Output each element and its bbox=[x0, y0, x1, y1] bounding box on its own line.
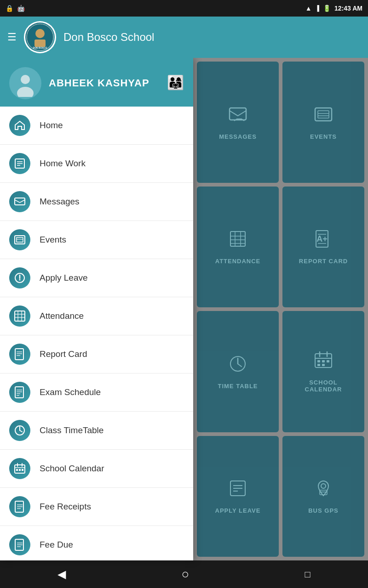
hamburger-menu-button[interactable]: ☰ bbox=[7, 31, 17, 43]
sidebar-item-home[interactable]: Home bbox=[0, 107, 193, 145]
sidebar-item-apply-leave[interactable]: Apply Leave bbox=[0, 259, 193, 297]
grid-card-messages[interactable]: MESSAGES bbox=[197, 62, 279, 183]
timetable-icon bbox=[228, 354, 248, 378]
svg-rect-30 bbox=[322, 364, 325, 366]
grid-card-attendance-label: ATTENDANCE bbox=[215, 258, 261, 265]
svg-rect-29 bbox=[317, 364, 320, 366]
grid-card-apply-leave[interactable]: APPLY LEAVE bbox=[197, 436, 279, 557]
sidebar-item-apply-leave-label: Apply Leave bbox=[40, 273, 88, 283]
grid-card-apply-leave-label: APPLY LEAVE bbox=[215, 507, 261, 514]
bus-gps-icon bbox=[313, 478, 334, 503]
messages-svg bbox=[228, 104, 248, 124]
svg-rect-75 bbox=[22, 469, 23, 471]
avatar-svg bbox=[12, 69, 39, 97]
grid-card-timetable[interactable]: TIME TABLE bbox=[197, 311, 279, 432]
sidebar-item-events[interactable]: Events bbox=[0, 221, 193, 259]
class-timetable-drawer-svg bbox=[14, 424, 26, 436]
wifi-icon: ▲ bbox=[305, 5, 312, 12]
apply-leave-icon bbox=[228, 478, 248, 503]
school-calendar-drawer-icon bbox=[9, 458, 30, 479]
svg-rect-73 bbox=[16, 469, 18, 471]
svg-rect-47 bbox=[17, 237, 23, 242]
attendance-icon bbox=[228, 229, 248, 253]
events-drawer-icon bbox=[9, 229, 30, 250]
sidebar-item-messages-label: Messages bbox=[40, 197, 80, 207]
sidebar-item-homework[interactable]: Home Work bbox=[0, 145, 193, 183]
grid-card-events-label: EVENTS bbox=[310, 133, 337, 140]
homework-svg bbox=[14, 158, 26, 170]
time-display: 12:43 AM bbox=[334, 5, 362, 12]
grid-card-bus-gps[interactable]: BUS GPS bbox=[282, 436, 364, 557]
svg-rect-28 bbox=[327, 360, 329, 362]
signal-icon: ▐ bbox=[316, 5, 320, 11]
navigation-drawer: ABHEEK KASHYAP 👨‍👩‍👧 Home bbox=[0, 58, 193, 560]
svg-rect-26 bbox=[317, 360, 320, 362]
sidebar-item-report-card[interactable]: Report Card bbox=[0, 335, 193, 373]
drawer-family-icon[interactable]: 👨‍👩‍👧 bbox=[167, 74, 184, 90]
report-card-drawer-icon bbox=[9, 344, 30, 365]
class-timetable-drawer-icon bbox=[9, 420, 30, 441]
attendance-drawer-svg bbox=[14, 310, 26, 322]
bus-gps-svg bbox=[313, 478, 334, 498]
sidebar-item-attendance[interactable]: Attendance bbox=[0, 297, 193, 335]
sidebar-item-messages[interactable]: Messages bbox=[0, 183, 193, 221]
app-bar: ☰ DON BOSCO Don Bosco School bbox=[0, 17, 368, 58]
logo-svg: DON BOSCO bbox=[26, 23, 54, 51]
timetable-svg bbox=[228, 354, 248, 374]
svg-point-35 bbox=[321, 484, 326, 488]
school-calendar-drawer-svg bbox=[14, 463, 26, 475]
events-svg bbox=[313, 104, 334, 124]
svg-line-21 bbox=[238, 364, 242, 367]
sidebar-item-exam-schedule[interactable]: Exam Schedule bbox=[0, 373, 193, 412]
report-card-svg: A+ bbox=[313, 229, 334, 249]
apply-leave-drawer-svg bbox=[14, 272, 26, 284]
grid-card-school-calendar[interactable]: SCHOOL CALENDAR bbox=[282, 311, 364, 432]
recent-apps-button[interactable]: □ bbox=[291, 565, 324, 584]
apply-leave-svg bbox=[228, 478, 248, 498]
exam-schedule-drawer-icon bbox=[9, 382, 30, 403]
lock-icon: 🔒 bbox=[6, 5, 13, 12]
navigation-bar: ◀ ○ □ bbox=[0, 560, 368, 588]
grid-card-events[interactable]: EVENTS bbox=[282, 62, 364, 183]
fee-receipts-drawer-icon bbox=[9, 496, 30, 517]
svg-point-1 bbox=[35, 29, 45, 38]
sidebar-item-school-calendar[interactable]: School Calendar bbox=[0, 450, 193, 488]
messages-drawer-icon bbox=[9, 191, 30, 212]
attendance-drawer-icon bbox=[9, 305, 30, 327]
sidebar-item-class-timetable[interactable]: Class TimeTable bbox=[0, 412, 193, 450]
svg-rect-74 bbox=[19, 469, 21, 471]
svg-rect-61 bbox=[15, 387, 23, 398]
sidebar-item-class-timetable-label: Class TimeTable bbox=[40, 425, 104, 435]
sidebar-item-events-label: Events bbox=[40, 235, 66, 245]
app-bar-title: Don Bosco School bbox=[63, 31, 154, 44]
svg-text:DON BOSCO: DON BOSCO bbox=[33, 46, 47, 49]
sidebar-item-fee-receipts[interactable]: Fee Receipts bbox=[0, 488, 193, 526]
sidebar-item-exam-schedule-label: Exam Schedule bbox=[40, 387, 101, 397]
sidebar-item-homework-label: Home Work bbox=[40, 158, 86, 169]
drawer-header: ABHEEK KASHYAP 👨‍👩‍👧 bbox=[0, 58, 193, 107]
svg-rect-52 bbox=[15, 311, 25, 321]
events-drawer-svg bbox=[14, 234, 26, 246]
sidebar-item-fee-due[interactable]: Fee Due bbox=[0, 526, 193, 560]
grid-card-attendance[interactable]: ATTENDANCE bbox=[197, 187, 279, 308]
grid-card-report-card[interactable]: A+ REPORT CARD bbox=[282, 187, 364, 308]
svg-rect-6 bbox=[318, 111, 329, 118]
drawer-avatar bbox=[9, 67, 41, 99]
svg-rect-27 bbox=[322, 360, 325, 362]
home-button[interactable]: ○ bbox=[167, 562, 203, 586]
android-icon: 🤖 bbox=[17, 5, 25, 12]
main-layout: MESSAGES EVENTS bbox=[0, 58, 368, 560]
svg-text:A+: A+ bbox=[316, 234, 328, 243]
status-bar: 🔒 🤖 ▲ ▐ 🔋 12:43 AM bbox=[0, 0, 368, 17]
sidebar-item-fee-due-label: Fee Due bbox=[40, 540, 73, 550]
report-card-drawer-svg bbox=[14, 348, 26, 360]
svg-point-39 bbox=[21, 75, 30, 84]
grid-card-timetable-label: TIME TABLE bbox=[218, 383, 258, 390]
app-logo-inner: DON BOSCO bbox=[25, 23, 55, 52]
svg-rect-9 bbox=[230, 232, 245, 246]
back-button[interactable]: ◀ bbox=[44, 563, 80, 585]
svg-point-51 bbox=[19, 279, 21, 281]
app-logo: DON BOSCO bbox=[24, 21, 56, 53]
grid-card-report-card-label: REPORT CARD bbox=[299, 258, 348, 265]
main-grid: MESSAGES EVENTS bbox=[193, 58, 368, 560]
